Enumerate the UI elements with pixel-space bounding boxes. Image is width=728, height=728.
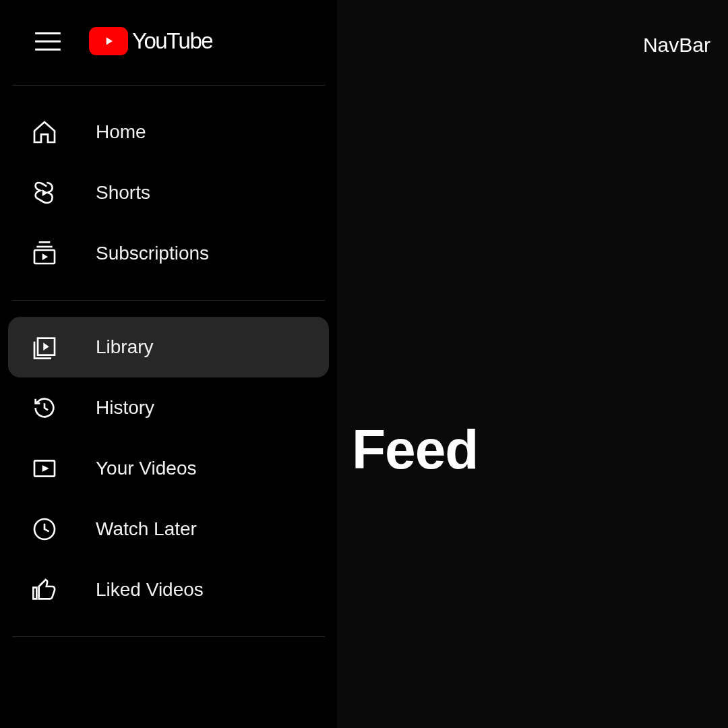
navbar-placeholder: NavBar [643, 34, 710, 57]
sidebar-item-home[interactable]: Home [8, 102, 329, 162]
sidebar-item-label: Your Videos [96, 458, 196, 479]
svg-marker-9 [42, 465, 49, 472]
main-content: NavBar Feed [337, 0, 728, 728]
divider [12, 636, 325, 637]
play-box-icon [31, 455, 58, 482]
history-icon [31, 394, 58, 421]
home-icon [31, 119, 58, 146]
sidebar-item-label: Library [96, 336, 154, 358]
divider [12, 85, 325, 86]
feed-placeholder: Feed [352, 418, 478, 481]
youtube-logo[interactable]: YouTube [89, 27, 212, 55]
sidebar-item-your-videos[interactable]: Your Videos [8, 438, 329, 499]
library-icon [31, 334, 58, 361]
sidebar-item-watch-later[interactable]: Watch Later [8, 499, 329, 559]
shorts-icon [31, 179, 58, 206]
sidebar-item-label: Shorts [96, 182, 150, 204]
sidebar-item-label: History [96, 397, 154, 419]
sidebar: YouTube Home Shorts Subscriptions [0, 0, 337, 728]
nav-group-main: Home Shorts Subscriptions [8, 88, 329, 297]
svg-marker-0 [107, 37, 113, 45]
sidebar-header: YouTube [8, 0, 329, 82]
sidebar-item-subscriptions[interactable]: Subscriptions [8, 223, 329, 284]
sidebar-item-liked-videos[interactable]: Liked Videos [8, 559, 329, 620]
svg-marker-7 [43, 342, 49, 351]
subscriptions-icon [31, 240, 58, 267]
svg-marker-5 [42, 253, 48, 260]
sidebar-item-history[interactable]: History [8, 377, 329, 438]
divider [12, 300, 325, 301]
sidebar-item-shorts[interactable]: Shorts [8, 162, 329, 223]
youtube-play-icon [89, 27, 128, 55]
menu-toggle-button[interactable] [35, 28, 62, 55]
nav-group-library: Library History Your Videos Watch Later … [8, 303, 329, 634]
brand-name: YouTube [132, 28, 212, 54]
sidebar-item-label: Subscriptions [96, 243, 209, 264]
sidebar-item-label: Watch Later [96, 518, 197, 540]
sidebar-item-library[interactable]: Library [8, 317, 329, 377]
clock-icon [31, 516, 58, 543]
sidebar-item-label: Liked Videos [96, 579, 204, 601]
thumbs-up-icon [31, 576, 58, 603]
sidebar-item-label: Home [96, 121, 146, 143]
svg-marker-1 [42, 189, 48, 196]
